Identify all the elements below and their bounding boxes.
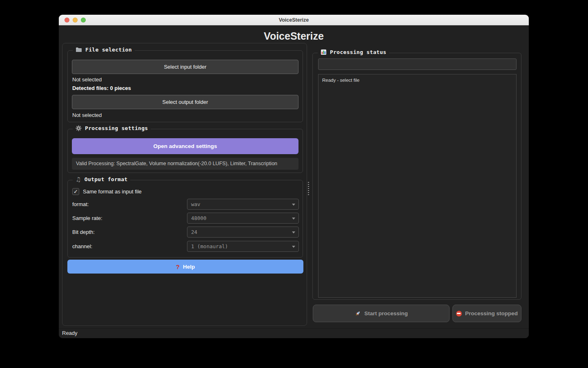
processing-status-legend-label: Processing status (330, 49, 386, 55)
question-mark-icon: ? (176, 263, 180, 270)
titlebar-title: VoiceSterize (279, 17, 309, 23)
help-button[interactable]: ? Help (67, 260, 303, 274)
processing-status-group: Processing status Ready - select file (312, 53, 521, 300)
processing-status-legend: Processing status (318, 49, 389, 55)
log-line: Ready - select file (322, 78, 359, 83)
channel-label: channel: (72, 241, 92, 252)
chevron-down-icon (292, 246, 295, 248)
file-selection-group: File selection Select input folder Not s… (67, 50, 303, 122)
file-selection-legend-label: File selection (85, 47, 132, 53)
start-processing-button[interactable]: Start processing (313, 305, 450, 322)
same-format-row: ✓ Same format as input file (72, 188, 142, 195)
bit-depth-label: Bit depth: (72, 227, 95, 238)
sample-rate-value: 48000 (191, 215, 207, 221)
processing-settings-group: Processing settings Open advanced settin… (67, 129, 303, 173)
processing-settings-legend: Processing settings (73, 125, 151, 131)
sample-rate-label: Sample rate: (72, 213, 102, 224)
format-value: wav (191, 201, 200, 207)
minimize-button[interactable] (73, 18, 78, 22)
open-advanced-settings-button[interactable]: Open advanced settings (72, 138, 298, 154)
open-advanced-settings-label: Open advanced settings (153, 143, 217, 149)
progress-bar (318, 58, 517, 70)
start-processing-label: Start processing (364, 310, 408, 316)
checkmark-icon: ✓ (74, 188, 78, 195)
bit-depth-select[interactable]: 24 (187, 227, 299, 238)
same-format-checkbox[interactable]: ✓ (72, 188, 79, 195)
output-format-group: ♫ Output format ✓ Same format as input f… (67, 180, 303, 258)
folder-icon (76, 47, 82, 52)
chevron-down-icon (292, 204, 295, 206)
stop-icon (456, 311, 462, 316)
desktop: VoiceSterize VoiceSterize File selection… (0, 0, 588, 368)
select-input-folder-button[interactable]: Select input folder (72, 60, 298, 74)
format-select[interactable]: wav (187, 199, 299, 210)
pane-divider-handle[interactable] (308, 182, 309, 195)
same-format-label: Same format as input file (83, 188, 142, 195)
chevron-down-icon (292, 218, 295, 220)
processing-stopped-button[interactable]: Processing stopped (452, 305, 521, 322)
window-controls (65, 15, 86, 25)
music-note-icon: ♫ (76, 177, 81, 182)
titlebar: VoiceSterize (59, 15, 529, 25)
file-selection-legend: File selection (73, 47, 135, 53)
output-format-legend: ♫ Output format (73, 176, 130, 182)
output-folder-status: Not selected (72, 112, 102, 118)
gear-icon (76, 125, 82, 131)
detected-files-label: Detected files: 0 pieces (72, 85, 131, 91)
processing-settings-legend-label: Processing settings (85, 125, 148, 131)
select-input-folder-label: Select input folder (164, 64, 206, 70)
chevron-down-icon (292, 231, 295, 233)
page-title: VoiceSterize (59, 30, 529, 42)
select-output-folder-button[interactable]: Select output folder (72, 95, 298, 109)
channel-value: 1 (monaural) (191, 243, 228, 249)
processing-stopped-label: Processing stopped (465, 310, 518, 316)
bar-chart-icon (321, 49, 327, 55)
status-bar-text: Ready (62, 330, 78, 336)
input-folder-status: Not selected (72, 76, 102, 83)
format-label: format: (72, 199, 89, 210)
close-button[interactable] (65, 18, 69, 22)
sample-rate-select[interactable]: 48000 (187, 213, 299, 224)
status-bar: Ready (59, 328, 529, 338)
bit-depth-value: 24 (191, 229, 197, 235)
output-format-legend-label: Output format (85, 176, 128, 182)
valid-processing-summary: Valid Processing: SpectralGate, Volume n… (72, 158, 298, 170)
rocket-icon (354, 310, 361, 317)
zoom-button[interactable] (81, 18, 86, 22)
help-button-label: Help (183, 264, 195, 270)
select-output-folder-label: Select output folder (162, 99, 208, 105)
app-window: VoiceSterize VoiceSterize File selection… (59, 15, 529, 338)
channel-select[interactable]: 1 (monaural) (187, 241, 299, 252)
log-output: Ready - select file (318, 74, 517, 298)
